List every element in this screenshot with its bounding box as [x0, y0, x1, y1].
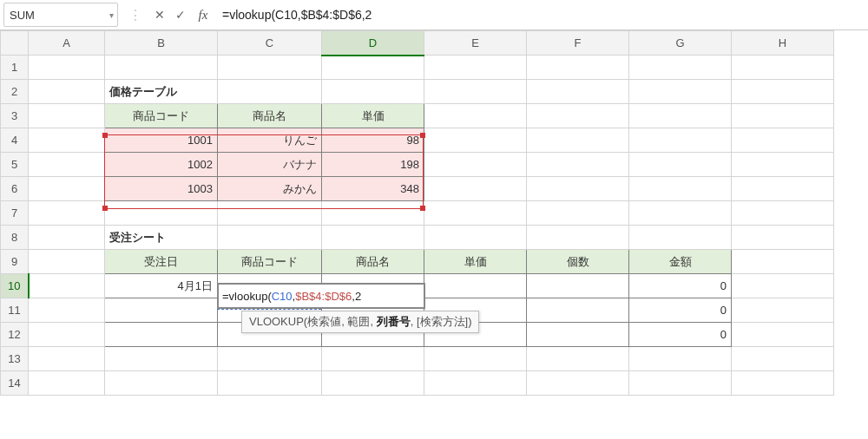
order-header-qty: 個数 [527, 250, 628, 273]
row-header-5[interactable]: 5 [1, 153, 29, 177]
price-code-1[interactable]: 1001 [105, 128, 217, 152]
tip-arg4: [検索方法] [417, 315, 468, 328]
order-sheet-title: 受注シート [105, 226, 217, 249]
enter-icon[interactable]: ✓ [170, 8, 191, 22]
col-header-B[interactable]: B [105, 31, 218, 56]
row-header-10[interactable]: 10 [1, 274, 29, 298]
order-amount-1[interactable]: 0 [629, 274, 731, 298]
price-price-1[interactable]: 98 [322, 128, 424, 152]
select-all-corner[interactable] [1, 31, 29, 56]
chevron-down-icon[interactable]: ▾ [109, 10, 114, 20]
row-header-9[interactable]: 9 [1, 250, 29, 274]
row-header-7[interactable]: 7 [1, 201, 29, 226]
row-header-14[interactable]: 14 [1, 371, 29, 396]
price-name-1[interactable]: りんご [218, 128, 321, 152]
col-header-D[interactable]: D [322, 31, 424, 56]
tip-arg2: 範囲 [347, 315, 370, 328]
row-header-4[interactable]: 4 [1, 128, 29, 153]
editor-arg3: 2 [355, 290, 361, 303]
row-header-11[interactable]: 11 [1, 298, 29, 323]
tip-arg3-current: 列番号 [377, 315, 411, 328]
row-header-13[interactable]: 13 [1, 347, 29, 371]
price-table-title: 価格テーブル [105, 80, 217, 103]
price-header-name: 商品名 [218, 104, 321, 128]
formula-bar: SUM ▾ ⋮ ✕ ✓ fx =vlookup(C10,$B$4:$D$6,2 [0, 0, 868, 30]
tip-fn: VLOOKUP [249, 315, 304, 328]
divider: ⋮ [122, 7, 149, 23]
col-header-C[interactable]: C [218, 31, 322, 56]
order-date-3[interactable] [105, 323, 217, 346]
order-header-code: 商品コード [218, 250, 321, 273]
editor-ref2: $B$4:$D$6 [295, 290, 352, 303]
row-header-6[interactable]: 6 [1, 177, 29, 201]
order-amount-2[interactable]: 0 [629, 298, 731, 322]
col-header-A[interactable]: A [29, 31, 105, 56]
col-header-H[interactable]: H [732, 31, 834, 56]
price-code-2[interactable]: 1002 [105, 153, 217, 176]
row-header-3[interactable]: 3 [1, 104, 29, 128]
function-args-tooltip: VLOOKUP(検索値, 範囲, 列番号, [検索方法]) [241, 311, 479, 333]
col-header-F[interactable]: F [527, 31, 629, 56]
editor-prefix: =vlookup( [222, 290, 272, 303]
order-qty-1[interactable] [527, 274, 628, 298]
price-header-code: 商品コード [105, 104, 217, 128]
fx-icon[interactable]: fx [191, 8, 215, 23]
price-price-3[interactable]: 348 [322, 177, 424, 200]
order-amount-3[interactable]: 0 [629, 323, 731, 346]
price-header-price: 単価 [322, 104, 424, 128]
tip-arg1: 検索値 [307, 315, 341, 328]
order-header-date: 受注日 [105, 250, 217, 273]
row-header-12[interactable]: 12 [1, 323, 29, 347]
spreadsheet-grid[interactable]: A B C D E F G H 1 2 価格テーブル 3 商品コード 商品名 単… [0, 30, 868, 396]
formula-input[interactable]: =vlookup(C10,$B$4:$D$6,2 [215, 8, 868, 22]
order-header-price: 単価 [424, 250, 526, 273]
row-header-1[interactable]: 1 [1, 56, 29, 80]
order-date-1[interactable]: 4月1日 [105, 274, 217, 298]
order-date-2[interactable] [105, 298, 217, 322]
editor-ref1: C10 [272, 290, 293, 303]
order-header-amount: 金額 [629, 250, 731, 273]
price-name-3[interactable]: みかん [218, 177, 321, 200]
row-header-2[interactable]: 2 [1, 80, 29, 104]
row-header-8[interactable]: 8 [1, 226, 29, 250]
price-name-2[interactable]: バナナ [218, 153, 321, 176]
price-price-2[interactable]: 198 [322, 153, 424, 176]
col-header-G[interactable]: G [629, 31, 732, 56]
name-box-value: SUM [10, 9, 35, 22]
name-box[interactable]: SUM ▾ [3, 3, 118, 27]
cancel-icon[interactable]: ✕ [149, 8, 170, 22]
price-code-3[interactable]: 1003 [105, 177, 217, 200]
order-price-1[interactable] [424, 274, 526, 298]
order-header-name: 商品名 [322, 250, 424, 273]
cell-editor[interactable]: =vlookup(C10,$B$4:$D$6,2 [217, 283, 425, 309]
col-header-E[interactable]: E [424, 31, 527, 56]
